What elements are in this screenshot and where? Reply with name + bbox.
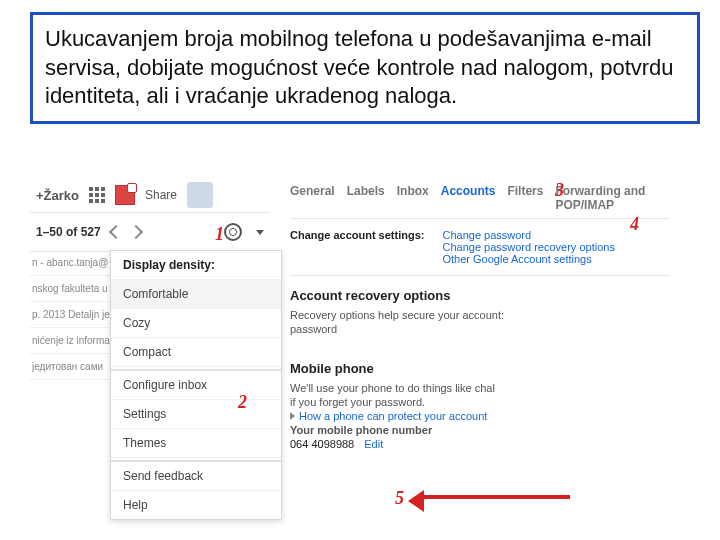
recovery-password-label: password [290, 323, 670, 335]
recovery-desc: Recovery options help secure your accoun… [290, 309, 670, 321]
gear-menu: Display density: Comfortable Cozy Compac… [110, 250, 282, 520]
recovery-section: Account recovery options Recovery option… [290, 276, 670, 349]
recovery-title: Account recovery options [290, 288, 670, 303]
gear-icon[interactable] [224, 223, 242, 241]
tab-filters[interactable]: Filters [507, 184, 543, 212]
annotation-1: 1 [215, 224, 224, 245]
screenshot-area: +Žarko Share 1–50 of 527 n - abanc.tanja… [30, 178, 670, 513]
apps-icon[interactable] [89, 187, 105, 203]
tab-general[interactable]: General [290, 184, 335, 212]
slide: Ukucavanjem broja mobilnog telefona u po… [0, 0, 720, 540]
inbox-row[interactable]: nskog fakulteta u [30, 276, 110, 302]
left-column: +Žarko Share 1–50 of 527 n - abanc.tanja… [30, 178, 270, 252]
mobile-line2: if you forget your password. [290, 396, 670, 408]
annotation-5: 5 [395, 488, 404, 509]
callout-box: Ukucavanjem broja mobilnog telefona u po… [30, 12, 700, 124]
next-page-button[interactable] [129, 225, 143, 239]
annotation-3: 3 [555, 180, 564, 201]
annotation-2: 2 [238, 392, 247, 413]
menu-header: Display density: [111, 251, 281, 280]
menu-item-cozy[interactable]: Cozy [111, 309, 281, 338]
page-range: 1–50 of 527 [36, 225, 101, 239]
mobile-section: Mobile phone We'll use your phone to do … [290, 349, 670, 462]
inbox-row[interactable]: једитован сами [30, 354, 110, 380]
change-settings-label: Change account settings: [290, 229, 424, 241]
right-column: General Labels Inbox Accounts Filters Fo… [290, 178, 670, 462]
share-button[interactable]: Share [145, 188, 177, 202]
menu-item-themes[interactable]: Themes [111, 429, 281, 458]
inbox-row[interactable]: nićenje iz informa [30, 328, 110, 354]
tab-forwarding[interactable]: Forwarding and POP/IMAP [555, 184, 670, 212]
link-other-settings[interactable]: Other Google Account settings [442, 253, 614, 265]
disclosure-triangle-icon[interactable] [290, 412, 295, 420]
link-change-password[interactable]: Change password [442, 229, 614, 241]
inbox-snippets: n - abanc.tanja@ nskog fakulteta u p. 20… [30, 250, 110, 380]
menu-item-compact[interactable]: Compact [111, 338, 281, 367]
edit-phone-link[interactable]: Edit [364, 438, 383, 450]
mobile-title: Mobile phone [290, 361, 670, 376]
gmail-topbar: +Žarko Share [30, 178, 270, 213]
link-change-recovery[interactable]: Change password recovery options [442, 241, 614, 253]
tab-accounts[interactable]: Accounts [441, 184, 496, 212]
prev-page-button[interactable] [109, 225, 123, 239]
annotation-4: 4 [630, 214, 639, 235]
menu-item-comfortable[interactable]: Comfortable [111, 280, 281, 309]
tab-labels[interactable]: Labels [347, 184, 385, 212]
tab-inbox[interactable]: Inbox [397, 184, 429, 212]
user-link[interactable]: +Žarko [36, 188, 79, 203]
change-settings-links: Change password Change password recovery… [442, 229, 614, 265]
callout-text: Ukucavanjem broja mobilnog telefona u po… [45, 26, 674, 108]
inbox-row[interactable]: p. 2013 Detaljn je [30, 302, 110, 328]
pager-row: 1–50 of 527 [30, 213, 270, 252]
phone-number-value: 064 4098988 [290, 438, 354, 450]
change-account-settings-row: Change account settings: Change password… [290, 219, 670, 276]
settings-tabs: General Labels Inbox Accounts Filters Fo… [290, 178, 670, 219]
menu-item-help[interactable]: Help [111, 491, 281, 519]
pointer-arrow [420, 495, 570, 499]
inbox-row[interactable]: n - abanc.tanja@ [30, 250, 110, 276]
menu-item-send-feedback[interactable]: Send feedback [111, 460, 281, 491]
avatar[interactable] [187, 182, 213, 208]
phone-number-row: 064 4098988 Edit [290, 438, 670, 450]
menu-item-configure-inbox[interactable]: Configure inbox [111, 369, 281, 400]
menu-item-settings[interactable]: Settings [111, 400, 281, 429]
link-how-phone-protects[interactable]: How a phone can protect your account [299, 410, 487, 422]
notifications-icon[interactable] [115, 185, 135, 205]
mobile-line1: We'll use your phone to do things like c… [290, 382, 670, 394]
gear-chevron-down-icon[interactable] [256, 230, 264, 235]
your-number-label: Your mobile phone number [290, 424, 432, 436]
